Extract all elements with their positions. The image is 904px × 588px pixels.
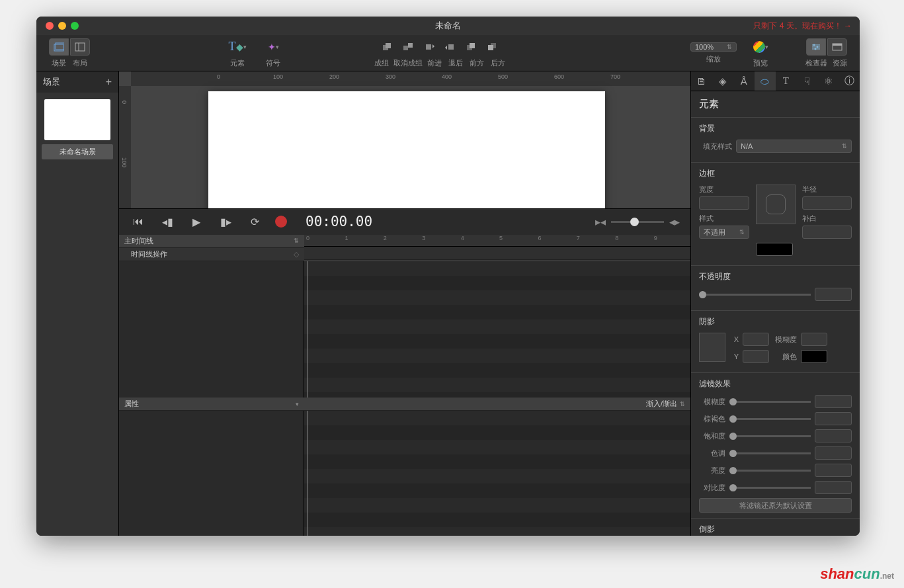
filter-section-title: 滤镜效果 bbox=[699, 378, 852, 390]
opacity-section-title: 不透明度 bbox=[699, 271, 852, 282]
time-display: 00:00.00 bbox=[306, 214, 372, 230]
shadow-section-title: 阴影 bbox=[699, 316, 852, 327]
svg-point-18 bbox=[817, 46, 819, 48]
toolbar: 场景布局 T◆▾ 元素 ✦▾ 符号 成组取消成组前进退后前 bbox=[36, 35, 860, 71]
step-back-button[interactable]: ◂▮ bbox=[159, 216, 176, 228]
svg-rect-11 bbox=[470, 43, 475, 48]
filter-sepia-input[interactable] bbox=[815, 412, 852, 425]
scenes-panel: 场景+ 未命名场景 bbox=[36, 71, 119, 536]
scenes-tab[interactable] bbox=[49, 38, 69, 56]
opacity-slider[interactable] bbox=[699, 294, 811, 296]
backward-button[interactable] bbox=[440, 38, 460, 56]
zoom-select[interactable]: 100% ⇅ bbox=[690, 42, 737, 52]
svg-rect-13 bbox=[488, 45, 493, 50]
border-width-input[interactable] bbox=[699, 196, 749, 210]
forward-button[interactable] bbox=[419, 38, 439, 56]
element-tab-icon[interactable]: ⬭ bbox=[755, 71, 776, 91]
timeline-zoom-out-icon[interactable]: ▸◂ bbox=[595, 216, 606, 228]
identity-tab-icon[interactable]: ⓘ bbox=[839, 71, 860, 91]
border-style-select[interactable]: 不适用⇅ bbox=[699, 226, 749, 239]
ungroup-button[interactable] bbox=[398, 38, 418, 56]
svg-rect-6 bbox=[403, 46, 408, 50]
border-padding-input[interactable] bbox=[802, 226, 852, 239]
filter-blur-slider[interactable] bbox=[729, 401, 811, 403]
shadow-x-input[interactable] bbox=[743, 333, 769, 346]
symbols-button[interactable]: ✦▾ bbox=[261, 38, 285, 56]
svg-point-17 bbox=[813, 44, 815, 46]
preview-label: 预览 bbox=[747, 58, 774, 68]
border-radius-input[interactable] bbox=[802, 196, 852, 210]
filter-saturate-slider[interactable] bbox=[729, 435, 811, 437]
shadow-y-input[interactable] bbox=[743, 350, 769, 363]
filter-contrast-slider[interactable] bbox=[729, 487, 811, 489]
timeline-ruler: 0123456789 bbox=[304, 235, 690, 247]
shadow-blur-input[interactable] bbox=[801, 333, 827, 346]
text-tab-icon[interactable]: T bbox=[776, 71, 797, 91]
preview-button[interactable]: ▾ bbox=[747, 38, 774, 56]
scene-tab-icon[interactable]: ◈ bbox=[712, 71, 733, 91]
border-color-swatch[interactable] bbox=[756, 243, 793, 256]
bg-section-title: 背景 bbox=[699, 123, 852, 134]
play-button[interactable]: ▶ bbox=[188, 216, 205, 228]
properties-row[interactable]: 属性▾ bbox=[119, 398, 304, 411]
shadow-preview bbox=[699, 333, 725, 362]
svg-rect-21 bbox=[833, 44, 842, 46]
playhead[interactable] bbox=[308, 261, 308, 398]
timeline-zoom-in-icon[interactable]: ◂▸ bbox=[669, 216, 680, 228]
svg-rect-9 bbox=[448, 44, 454, 50]
watermark: shancun.net bbox=[820, 566, 894, 583]
layout-tab[interactable] bbox=[70, 38, 90, 56]
canvas-area[interactable]: 0100200300400500600700 0100200300400 bbox=[119, 71, 690, 208]
minimize-window[interactable] bbox=[58, 22, 66, 30]
filter-saturate-input[interactable] bbox=[815, 429, 852, 442]
filter-hue-slider[interactable] bbox=[729, 452, 811, 454]
record-button[interactable] bbox=[275, 216, 287, 228]
svg-point-19 bbox=[815, 48, 817, 50]
filter-brightness-input[interactable] bbox=[815, 464, 852, 477]
loop-button[interactable]: ⟳ bbox=[246, 216, 263, 228]
horizontal-ruler: 0100200300400500600700 bbox=[131, 71, 690, 86]
fill-style-select[interactable]: N/A⇅ bbox=[736, 140, 852, 153]
zoom-label: 缩放 bbox=[690, 54, 737, 64]
maximize-window[interactable] bbox=[71, 22, 79, 30]
skip-start-button[interactable]: ⏮ bbox=[130, 216, 147, 228]
back-button[interactable] bbox=[483, 38, 503, 56]
timeline-lane[interactable] bbox=[304, 261, 690, 398]
add-scene-button[interactable]: + bbox=[106, 76, 112, 88]
vertical-ruler: 0100200300400 bbox=[119, 86, 131, 208]
filter-reset-button[interactable]: 将滤镜还原为默认设置 bbox=[699, 498, 852, 513]
resources-tab[interactable] bbox=[827, 38, 847, 56]
timeline-zoom-slider[interactable] bbox=[611, 221, 664, 223]
border-section-title: 边框 bbox=[699, 168, 852, 179]
physics-tab-icon[interactable]: ⚛ bbox=[817, 71, 839, 91]
trial-notice[interactable]: 只剩下 4 天。现在购买！ → bbox=[753, 21, 852, 32]
elements-button[interactable]: T◆▾ bbox=[223, 38, 252, 56]
timeline-tracks bbox=[119, 261, 304, 398]
border-edge-picker[interactable] bbox=[756, 185, 796, 224]
inspector-tab[interactable] bbox=[806, 38, 826, 56]
opacity-input[interactable] bbox=[815, 288, 852, 301]
filter-brightness-slider[interactable] bbox=[729, 470, 811, 472]
svg-rect-5 bbox=[386, 43, 391, 48]
filter-blur-input[interactable] bbox=[815, 395, 852, 408]
group-button[interactable] bbox=[377, 38, 397, 56]
canvas[interactable] bbox=[208, 91, 605, 208]
actions-tab-icon[interactable]: ☟ bbox=[796, 71, 817, 91]
main-timeline-row[interactable]: 主时间线⇅ bbox=[119, 235, 304, 248]
layout-tab-label: 布局 bbox=[69, 58, 91, 68]
timeline-actions-row[interactable]: 时间线操作◇ bbox=[119, 248, 304, 261]
shadow-color-swatch[interactable] bbox=[801, 350, 827, 363]
close-window[interactable] bbox=[46, 22, 54, 30]
front-button[interactable] bbox=[462, 38, 481, 56]
filter-hue-input[interactable] bbox=[815, 446, 852, 460]
scene-item[interactable]: 未命名场景 bbox=[36, 99, 118, 159]
easing-row[interactable]: 渐入/渐出⇅ bbox=[304, 398, 690, 411]
filter-sepia-slider[interactable] bbox=[729, 418, 811, 420]
elements-label: 元素 bbox=[223, 58, 252, 68]
filter-contrast-input[interactable] bbox=[815, 481, 852, 494]
document-tab-icon[interactable]: 🗎 bbox=[691, 71, 712, 91]
step-forward-button[interactable]: ▮▸ bbox=[217, 216, 234, 228]
svg-rect-7 bbox=[408, 43, 413, 48]
scene-label: 未命名场景 bbox=[42, 144, 113, 159]
metrics-tab-icon[interactable]: Å bbox=[733, 71, 755, 91]
